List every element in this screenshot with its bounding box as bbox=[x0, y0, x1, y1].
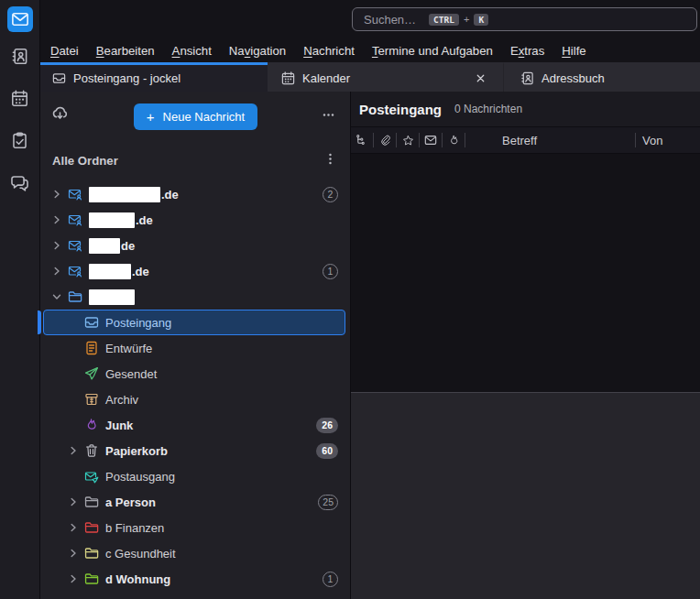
thread-icon bbox=[355, 134, 368, 147]
account-row-3[interactable]: de bbox=[43, 233, 345, 258]
mail-icon bbox=[424, 134, 437, 147]
outbox-icon bbox=[84, 469, 99, 484]
folder-icon bbox=[68, 289, 82, 304]
account-row-4[interactable]: .de 1 bbox=[43, 258, 345, 284]
unread-badge: 1 bbox=[323, 264, 338, 279]
folder-row-gesendet[interactable]: Gesendet bbox=[43, 361, 345, 387]
unread-column-button[interactable] bbox=[420, 134, 442, 147]
redacted-account-name bbox=[89, 187, 160, 202]
chevron-right-icon bbox=[68, 548, 79, 559]
unread-badge: 2 bbox=[323, 187, 338, 202]
mail-account-icon bbox=[68, 187, 82, 201]
mail-space-button[interactable] bbox=[7, 6, 33, 32]
tab-calendar[interactable]: Kalender bbox=[268, 62, 503, 92]
close-tab-button[interactable] bbox=[470, 69, 490, 89]
star-icon bbox=[402, 135, 414, 147]
chevron-right-icon bbox=[51, 214, 62, 225]
subject-column-header[interactable]: Betreff bbox=[465, 134, 635, 147]
addressbook-icon bbox=[520, 71, 534, 85]
folder-icon bbox=[84, 520, 99, 535]
inbox-icon bbox=[52, 71, 66, 85]
addressbook-icon bbox=[11, 48, 28, 65]
chevron-right-icon bbox=[68, 445, 79, 456]
calendar-space-button[interactable] bbox=[7, 85, 33, 111]
mail-icon bbox=[11, 10, 29, 28]
new-message-button[interactable]: + Neue Nachricht bbox=[134, 103, 257, 130]
menu-nachricht[interactable]: Nachricht bbox=[298, 41, 360, 60]
menu-bearbeiten[interactable]: Bearbeiten bbox=[91, 41, 160, 60]
shortcut-key-k: K bbox=[474, 14, 488, 26]
message-list-header: Posteingang 0 Nachrichten bbox=[351, 92, 700, 126]
chevron-right-icon bbox=[68, 573, 79, 584]
folder-pane-toolbar: + Neue Nachricht bbox=[40, 92, 350, 139]
folder-row-papierkorb[interactable]: Papierkorb 60 bbox=[43, 438, 345, 463]
chat-space-button[interactable] bbox=[7, 169, 33, 195]
menu-ansicht[interactable]: Ansicht bbox=[167, 41, 217, 60]
folder-title: Posteingang bbox=[359, 102, 442, 117]
chevron-right-icon bbox=[51, 240, 62, 251]
folder-row-d-wohnung[interactable]: d Wohnung 1 bbox=[43, 566, 345, 592]
tab-label: Kalender bbox=[302, 71, 350, 85]
unread-badge: 26 bbox=[316, 418, 338, 433]
folder-row-a-person[interactable]: a Person 25 bbox=[43, 489, 345, 515]
folder-row-postausgang[interactable]: Postausgang bbox=[43, 463, 345, 489]
account-row-1[interactable]: .de 2 bbox=[43, 181, 345, 207]
tab-label: Adressbuch bbox=[541, 71, 605, 85]
shortcut-key-ctrl: CTRL bbox=[429, 14, 459, 26]
menu-extras[interactable]: Extras bbox=[505, 41, 550, 60]
redacted-account-name bbox=[89, 212, 135, 228]
chevron-right-icon bbox=[68, 522, 79, 533]
folder-pane-header: Alle Ordner bbox=[40, 139, 350, 181]
chat-icon bbox=[10, 173, 29, 192]
tab-mail-active[interactable]: Posteingang - jockel bbox=[40, 62, 268, 92]
redacted-account-name bbox=[89, 289, 135, 305]
unified-toolbar: Suchen… CTRL + K bbox=[40, 0, 700, 38]
menu-datei[interactable]: Datei bbox=[45, 41, 84, 60]
folder-row-archiv[interactable]: Archiv bbox=[43, 387, 345, 412]
menu-hilfe[interactable]: Hilfe bbox=[556, 41, 591, 60]
calendar-icon bbox=[11, 90, 28, 107]
account-row-2[interactable]: .de bbox=[43, 207, 345, 233]
inbox-icon bbox=[84, 315, 99, 330]
menu-navigation[interactable]: Navigation bbox=[224, 41, 291, 60]
meatballs-icon bbox=[322, 108, 335, 122]
menu-termine-und-aufgaben[interactable]: Termine und Aufgaben bbox=[366, 41, 498, 60]
global-search-input[interactable]: Suchen… CTRL + K bbox=[352, 7, 697, 31]
folder-mode-title: Alle Ordner bbox=[52, 154, 118, 168]
thread-column-button[interactable] bbox=[351, 134, 373, 147]
message-list-empty[interactable] bbox=[351, 154, 700, 392]
tasks-icon bbox=[11, 132, 28, 149]
unread-badge: 25 bbox=[318, 495, 338, 510]
message-preview-pane bbox=[351, 393, 700, 599]
sent-icon bbox=[84, 366, 99, 381]
folder-row-junk[interactable]: Junk 26 bbox=[43, 412, 345, 438]
tab-label: Posteingang - jockel bbox=[73, 71, 180, 85]
folder-pane-options-button[interactable] bbox=[323, 152, 337, 169]
tab-bar: Posteingang - jockel Kalender Adressbuch bbox=[40, 62, 700, 92]
unread-badge: 60 bbox=[316, 443, 338, 459]
junk-column-button[interactable] bbox=[443, 135, 465, 147]
cloud-download-icon bbox=[51, 104, 69, 122]
spaces-toolbar bbox=[0, 0, 40, 599]
attachment-column-button[interactable] bbox=[374, 135, 396, 147]
folder-row-posteingang[interactable]: Posteingang bbox=[43, 310, 345, 335]
plus-icon: + bbox=[147, 109, 155, 125]
tab-addressbook[interactable]: Adressbuch bbox=[503, 62, 700, 92]
folder-row-b-finanzen[interactable]: b Finanzen bbox=[43, 515, 345, 540]
get-messages-button[interactable] bbox=[51, 104, 69, 125]
folder-row-c-gesundheit[interactable]: c Gesundheit bbox=[43, 540, 345, 566]
search-placeholder: Suchen… bbox=[364, 13, 416, 27]
more-options-button[interactable] bbox=[322, 108, 335, 125]
tasks-space-button[interactable] bbox=[7, 127, 33, 153]
addressbook-space-button[interactable] bbox=[7, 43, 33, 69]
folder-row-entwuerfe[interactable]: Entwürfe bbox=[43, 335, 345, 361]
from-column-header[interactable]: Von bbox=[636, 134, 700, 147]
folder-pane: + Neue Nachricht Alle Ordner .de bbox=[40, 92, 351, 599]
account-row-5-expanded[interactable] bbox=[43, 284, 345, 310]
thunderbird-window: Suchen… CTRL + K Datei Bearbeiten Ansich… bbox=[0, 0, 700, 599]
archive-icon bbox=[84, 392, 99, 407]
chevron-right-icon bbox=[51, 189, 62, 200]
starred-column-button[interactable] bbox=[397, 135, 419, 147]
menu-bar: Datei Bearbeiten Ansicht Navigation Nach… bbox=[40, 38, 700, 62]
redacted-account-name bbox=[89, 264, 131, 279]
